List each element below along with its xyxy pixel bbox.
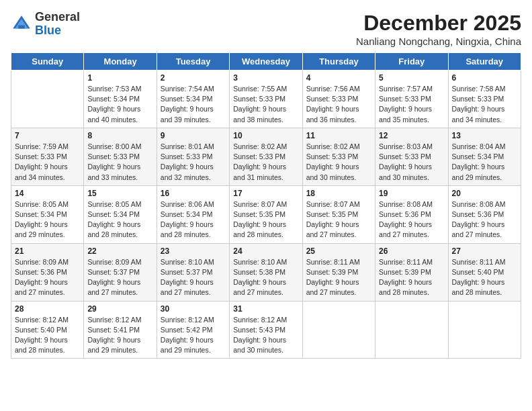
day-info: Sunrise: 8:08 AM Sunset: 5:36 PM Dayligh… — [452, 199, 517, 240]
day-cell: 17Sunrise: 8:07 AM Sunset: 5:35 PM Dayli… — [230, 185, 302, 243]
day-cell — [302, 301, 375, 359]
weekday-header-sunday: Sunday — [11, 53, 84, 71]
day-info: Sunrise: 7:54 AM Sunset: 5:34 PM Dayligh… — [161, 84, 226, 125]
day-cell: 3Sunrise: 7:55 AM Sunset: 5:33 PM Daylig… — [230, 71, 302, 128]
svg-rect-2 — [18, 25, 25, 28]
day-cell: 13Sunrise: 8:04 AM Sunset: 5:34 PM Dayli… — [448, 128, 521, 185]
day-info: Sunrise: 8:08 AM Sunset: 5:36 PM Dayligh… — [379, 199, 444, 240]
month-year: December 2025 — [356, 11, 521, 36]
day-number: 8 — [87, 131, 152, 140]
weekday-header-thursday: Thursday — [302, 53, 375, 71]
day-cell — [448, 301, 521, 359]
day-number: 5 — [379, 73, 444, 83]
day-info: Sunrise: 7:56 AM Sunset: 5:33 PM Dayligh… — [306, 84, 371, 125]
day-number: 25 — [306, 246, 371, 256]
day-cell: 16Sunrise: 8:06 AM Sunset: 5:34 PM Dayli… — [157, 185, 229, 243]
day-cell: 7Sunrise: 7:59 AM Sunset: 5:33 PM Daylig… — [11, 128, 84, 185]
day-info: Sunrise: 8:07 AM Sunset: 5:35 PM Dayligh… — [306, 199, 371, 240]
weekday-header-monday: Monday — [84, 53, 157, 71]
day-info: Sunrise: 8:06 AM Sunset: 5:34 PM Dayligh… — [161, 199, 226, 240]
day-cell: 20Sunrise: 8:08 AM Sunset: 5:36 PM Dayli… — [448, 185, 521, 243]
day-info: Sunrise: 8:05 AM Sunset: 5:34 PM Dayligh… — [15, 199, 80, 240]
day-number: 4 — [306, 73, 371, 83]
weekday-header-tuesday: Tuesday — [157, 53, 229, 71]
day-number: 6 — [452, 73, 517, 83]
day-number: 1 — [87, 73, 152, 83]
day-info: Sunrise: 8:10 AM Sunset: 5:37 PM Dayligh… — [161, 257, 226, 298]
day-number: 26 — [379, 246, 444, 256]
day-number: 17 — [233, 189, 298, 198]
day-cell: 24Sunrise: 8:10 AM Sunset: 5:38 PM Dayli… — [230, 243, 302, 301]
day-number: 19 — [379, 189, 444, 198]
day-number: 10 — [233, 131, 298, 140]
day-info: Sunrise: 7:58 AM Sunset: 5:33 PM Dayligh… — [452, 84, 517, 125]
logo-icon — [11, 13, 32, 35]
day-number: 28 — [15, 304, 80, 314]
day-number: 15 — [87, 189, 152, 198]
day-cell: 10Sunrise: 8:02 AM Sunset: 5:33 PM Dayli… — [230, 128, 302, 185]
day-info: Sunrise: 8:09 AM Sunset: 5:36 PM Dayligh… — [15, 257, 80, 298]
day-cell: 5Sunrise: 7:57 AM Sunset: 5:33 PM Daylig… — [375, 71, 448, 128]
title-block: December 2025 Nanliang Nongchang, Ningxi… — [356, 11, 521, 47]
day-cell: 1Sunrise: 7:53 AM Sunset: 5:34 PM Daylig… — [84, 71, 157, 128]
day-cell: 12Sunrise: 8:03 AM Sunset: 5:33 PM Dayli… — [375, 128, 448, 185]
day-info: Sunrise: 8:01 AM Sunset: 5:33 PM Dayligh… — [161, 142, 226, 183]
day-info: Sunrise: 8:02 AM Sunset: 5:33 PM Dayligh… — [306, 142, 371, 183]
day-number: 2 — [161, 73, 226, 83]
day-cell: 6Sunrise: 7:58 AM Sunset: 5:33 PM Daylig… — [448, 71, 521, 128]
day-info: Sunrise: 8:02 AM Sunset: 5:33 PM Dayligh… — [233, 142, 298, 183]
week-row-2: 7Sunrise: 7:59 AM Sunset: 5:33 PM Daylig… — [11, 128, 521, 185]
day-number: 24 — [233, 246, 298, 256]
day-cell: 28Sunrise: 8:12 AM Sunset: 5:40 PM Dayli… — [11, 301, 84, 359]
location: Nanliang Nongchang, Ningxia, China — [356, 36, 521, 47]
day-number: 11 — [306, 131, 371, 140]
day-cell: 23Sunrise: 8:10 AM Sunset: 5:37 PM Dayli… — [157, 243, 229, 301]
day-cell: 25Sunrise: 8:11 AM Sunset: 5:39 PM Dayli… — [302, 243, 375, 301]
week-row-4: 21Sunrise: 8:09 AM Sunset: 5:36 PM Dayli… — [11, 243, 521, 301]
day-cell: 9Sunrise: 8:01 AM Sunset: 5:33 PM Daylig… — [157, 128, 229, 185]
day-number: 3 — [233, 73, 298, 83]
day-info: Sunrise: 8:10 AM Sunset: 5:38 PM Dayligh… — [233, 257, 298, 298]
page-header: General Blue December 2025 Nanliang Nong… — [11, 11, 521, 47]
day-cell: 15Sunrise: 8:05 AM Sunset: 5:34 PM Dayli… — [84, 185, 157, 243]
day-info: Sunrise: 8:07 AM Sunset: 5:35 PM Dayligh… — [233, 199, 298, 240]
day-number: 16 — [161, 189, 226, 198]
day-number: 23 — [161, 246, 226, 256]
day-cell: 19Sunrise: 8:08 AM Sunset: 5:36 PM Dayli… — [375, 185, 448, 243]
day-number: 29 — [87, 304, 152, 314]
day-cell: 14Sunrise: 8:05 AM Sunset: 5:34 PM Dayli… — [11, 185, 84, 243]
day-cell: 18Sunrise: 8:07 AM Sunset: 5:35 PM Dayli… — [302, 185, 375, 243]
day-cell: 2Sunrise: 7:54 AM Sunset: 5:34 PM Daylig… — [157, 71, 229, 128]
day-info: Sunrise: 7:57 AM Sunset: 5:33 PM Dayligh… — [379, 84, 444, 125]
day-number: 27 — [452, 246, 517, 256]
day-cell: 29Sunrise: 8:12 AM Sunset: 5:41 PM Dayli… — [84, 301, 157, 359]
day-cell: 4Sunrise: 7:56 AM Sunset: 5:33 PM Daylig… — [302, 71, 375, 128]
day-number: 14 — [15, 189, 80, 198]
day-cell: 31Sunrise: 8:12 AM Sunset: 5:43 PM Dayli… — [230, 301, 302, 359]
weekday-header-saturday: Saturday — [448, 53, 521, 71]
day-number: 12 — [379, 131, 444, 140]
day-cell — [11, 71, 84, 128]
day-number: 30 — [161, 304, 226, 314]
day-cell: 27Sunrise: 8:11 AM Sunset: 5:40 PM Dayli… — [448, 243, 521, 301]
day-info: Sunrise: 7:59 AM Sunset: 5:33 PM Dayligh… — [15, 142, 80, 183]
day-number: 21 — [15, 246, 80, 256]
logo: General Blue — [11, 11, 80, 38]
day-info: Sunrise: 8:11 AM Sunset: 5:40 PM Dayligh… — [452, 257, 517, 298]
day-info: Sunrise: 8:09 AM Sunset: 5:37 PM Dayligh… — [87, 257, 152, 298]
day-info: Sunrise: 7:53 AM Sunset: 5:34 PM Dayligh… — [87, 84, 152, 125]
day-number: 20 — [452, 189, 517, 198]
day-cell: 21Sunrise: 8:09 AM Sunset: 5:36 PM Dayli… — [11, 243, 84, 301]
day-cell: 8Sunrise: 8:00 AM Sunset: 5:33 PM Daylig… — [84, 128, 157, 185]
day-number: 7 — [15, 131, 80, 140]
day-number: 31 — [233, 304, 298, 314]
logo-text: General Blue — [35, 11, 80, 38]
weekday-header-wednesday: Wednesday — [230, 53, 302, 71]
day-info: Sunrise: 8:05 AM Sunset: 5:34 PM Dayligh… — [87, 199, 152, 240]
day-cell — [375, 301, 448, 359]
weekday-header-row: SundayMondayTuesdayWednesdayThursdayFrid… — [11, 53, 521, 71]
day-number: 9 — [161, 131, 226, 140]
day-cell: 26Sunrise: 8:11 AM Sunset: 5:39 PM Dayli… — [375, 243, 448, 301]
day-info: Sunrise: 8:12 AM Sunset: 5:43 PM Dayligh… — [233, 315, 298, 356]
calendar: SundayMondayTuesdayWednesdayThursdayFrid… — [11, 52, 521, 359]
